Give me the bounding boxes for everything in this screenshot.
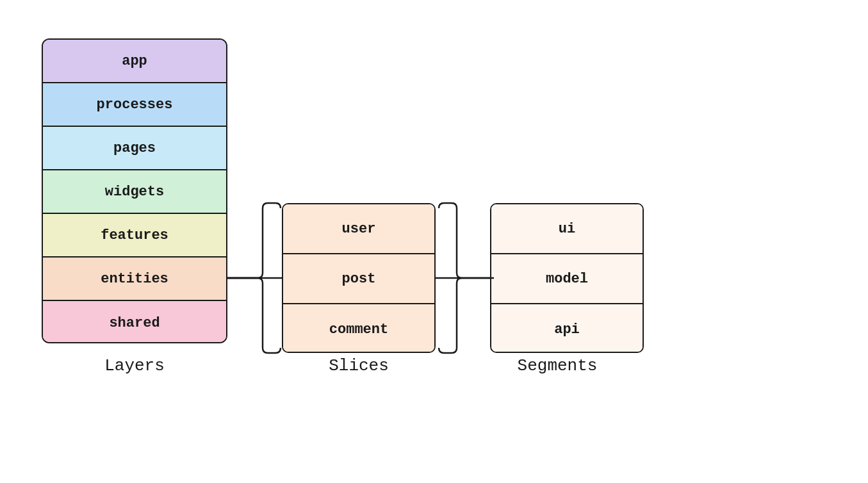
slices-label: Slices bbox=[263, 356, 455, 375]
layer-shared: shared bbox=[43, 301, 226, 343]
slice-comment: comment bbox=[283, 304, 434, 353]
slice-post: post bbox=[283, 254, 434, 304]
layer-pages: pages bbox=[43, 127, 226, 170]
layer-app: app bbox=[43, 40, 226, 83]
segment-ui: ui bbox=[491, 204, 643, 254]
segments-label: Segments bbox=[471, 356, 644, 375]
layer-processes: processes bbox=[43, 83, 226, 127]
layers-label: Layers bbox=[42, 356, 227, 375]
segment-api: api bbox=[491, 304, 643, 353]
layer-widgets: widgets bbox=[43, 170, 226, 214]
segment-model: model bbox=[491, 254, 643, 304]
slice-user: user bbox=[283, 204, 434, 254]
layer-features: features bbox=[43, 214, 226, 258]
layer-entities: entities bbox=[43, 258, 226, 301]
